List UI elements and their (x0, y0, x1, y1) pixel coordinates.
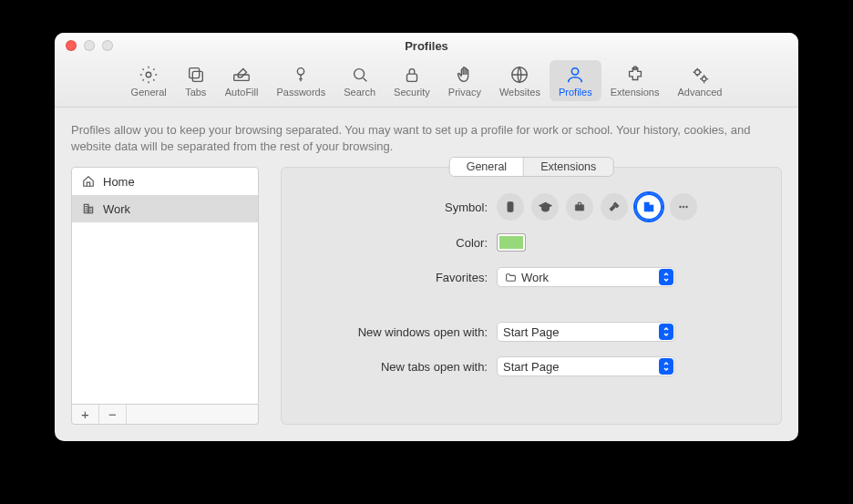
search-icon (349, 64, 371, 86)
window-title: Profiles (405, 39, 448, 53)
svg-point-0 (146, 72, 151, 77)
profile-row-label: Home (103, 175, 135, 189)
row-new-windows: New windows open with: Start Page (307, 319, 755, 345)
new-windows-popup[interactable]: Start Page (497, 322, 675, 342)
toolbar-tab-websites[interactable]: Websites (490, 60, 550, 101)
row-new-tabs: New tabs open with: Start Page (307, 354, 755, 379)
row-symbol: Symbol: (307, 193, 755, 221)
profiles-sidebar: Home Work + − (71, 167, 259, 425)
symbol-option-graduation-cap[interactable] (531, 193, 559, 221)
color-well[interactable] (497, 233, 526, 252)
puzzle-icon (624, 64, 646, 86)
toolbar-tab-security[interactable]: Security (385, 60, 439, 101)
updown-icon (659, 324, 673, 340)
toolbar-label: Security (394, 87, 430, 98)
toolbar-label: AutoFill (225, 87, 259, 98)
symbol-label: Symbol: (307, 201, 497, 214)
symbol-option-hammer[interactable] (601, 193, 628, 221)
toolbar-label: Websites (499, 87, 540, 98)
titlebar: Profiles (55, 33, 798, 58)
row-color: Color: (307, 230, 755, 255)
window-controls (66, 40, 113, 51)
profile-row-label: Work (103, 202, 130, 216)
color-label: Color: (307, 236, 497, 250)
toolbar-tab-general[interactable]: General (122, 60, 176, 101)
updown-icon (659, 269, 673, 285)
gear-icon (138, 64, 159, 86)
symbol-option-briefcase[interactable] (566, 193, 593, 221)
row-favorites: Favorites: Work (307, 264, 755, 290)
person-icon (564, 64, 586, 86)
toolbar-tab-extensions[interactable]: Extensions (601, 60, 669, 101)
lock-icon (401, 64, 423, 86)
toolbar-label: Profiles (559, 87, 592, 98)
segmented-tab-extensions[interactable]: Extensions (524, 158, 612, 176)
new-windows-value: Start Page (503, 325, 559, 339)
svg-point-10 (694, 70, 700, 76)
segmented-tab-general[interactable]: General (450, 158, 524, 176)
toolbar-label: Tabs (185, 87, 206, 98)
list-buttons-spacer (127, 405, 258, 424)
svg-point-21 (686, 206, 688, 208)
intro-text: Profiles allow you to keep your browsing… (71, 122, 782, 154)
zoom-window-button[interactable] (102, 40, 113, 51)
svg-rect-16 (575, 205, 583, 211)
toolbar-label: Advanced (677, 87, 722, 98)
building-icon (81, 201, 96, 216)
toolbar-label: Search (344, 87, 375, 98)
house-icon (81, 174, 96, 189)
remove-profile-button[interactable]: − (99, 405, 127, 424)
toolbar-label: Extensions (611, 87, 660, 98)
gears-icon (689, 64, 711, 86)
svg-point-8 (572, 68, 579, 75)
profile-detail-panel: General Extensions Symbol: (281, 167, 782, 425)
svg-rect-1 (189, 68, 199, 78)
symbol-option-building[interactable] (635, 193, 663, 221)
toolbar-tab-autofill[interactable]: AutoFill (216, 60, 268, 101)
close-window-button[interactable] (66, 40, 77, 51)
profiles-list[interactable]: Home Work (71, 167, 259, 405)
new-tabs-label: New tabs open with: (307, 360, 497, 374)
svg-rect-18 (649, 205, 653, 211)
profile-row-home[interactable]: Home (72, 168, 258, 195)
toolbar-label: General (131, 87, 167, 98)
hand-icon (454, 64, 476, 86)
globe-icon (509, 64, 530, 86)
toolbar-tab-advanced[interactable]: Advanced (668, 60, 731, 101)
toolbar-label: Privacy (448, 87, 481, 98)
svg-rect-6 (406, 74, 416, 81)
content-area: Profiles allow you to keep your browsing… (55, 108, 798, 441)
symbol-option-more[interactable] (670, 193, 697, 221)
tabs-icon (185, 64, 207, 86)
profile-form: Symbol: (307, 193, 755, 379)
favorites-value: Work (521, 271, 549, 284)
svg-point-20 (683, 206, 684, 208)
toolbar-tab-profiles[interactable]: Profiles (550, 60, 601, 101)
svg-point-4 (298, 68, 304, 75)
key-icon (290, 64, 312, 86)
add-profile-button[interactable]: + (72, 405, 99, 424)
favorites-label: Favorites: (307, 271, 497, 284)
new-tabs-popup[interactable]: Start Page (497, 356, 675, 376)
preferences-toolbar: General Tabs AutoFill Passwords Search (55, 58, 798, 108)
svg-point-5 (354, 69, 364, 79)
toolbar-label: Passwords (276, 87, 325, 98)
profiles-list-buttons: + − (71, 405, 259, 425)
favorites-popup[interactable]: Work (497, 267, 675, 287)
profile-row-work[interactable]: Work (72, 195, 258, 222)
updown-icon (659, 358, 673, 375)
svg-point-19 (680, 206, 682, 208)
svg-point-15 (509, 204, 511, 206)
profiles-body: Home Work + − General (71, 167, 782, 425)
toolbar-tab-tabs[interactable]: Tabs (176, 60, 216, 101)
toolbar-tab-privacy[interactable]: Privacy (439, 60, 490, 101)
symbol-option-id-badge[interactable] (497, 193, 524, 221)
toolbar-tab-passwords[interactable]: Passwords (267, 60, 334, 101)
new-tabs-value: Start Page (503, 360, 559, 374)
profile-tabs: General Extensions (449, 157, 614, 177)
toolbar-tab-search[interactable]: Search (334, 60, 385, 101)
folder-icon (503, 272, 518, 283)
minimize-window-button[interactable] (84, 40, 95, 51)
pencil-field-icon (231, 64, 252, 86)
spacer (307, 299, 755, 310)
